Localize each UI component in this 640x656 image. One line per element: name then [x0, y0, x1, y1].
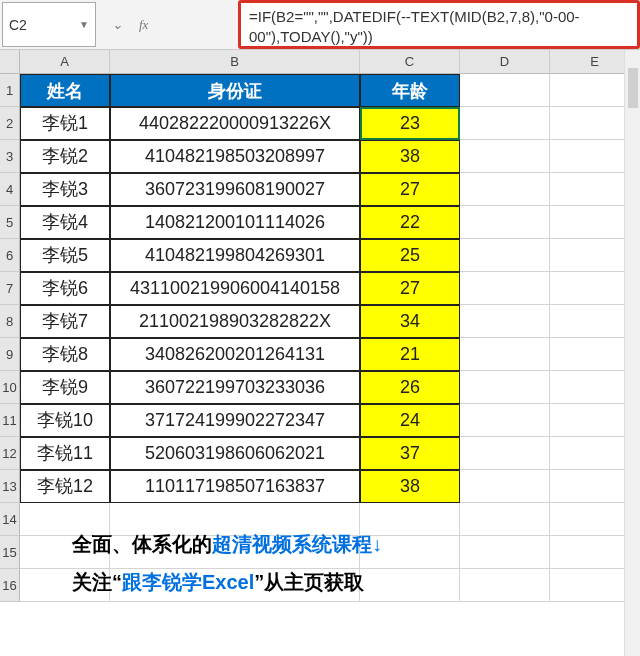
- row-header-13[interactable]: 13: [0, 470, 20, 503]
- formula-text: =IF(B2="","",DATEDIF(--TEXT(MID(B2,7,8),…: [249, 7, 629, 46]
- promo-line-2: 关注“跟李锐学Excel”从主页获取: [72, 569, 364, 596]
- cell-D16[interactable]: [460, 569, 550, 602]
- cell-B4[interactable]: 360723199608190027: [110, 173, 360, 206]
- formula-tools: ⌄ fx: [98, 0, 238, 49]
- name-box[interactable]: C2 ▼: [2, 2, 96, 47]
- cell-A10[interactable]: 李锐9: [20, 371, 110, 404]
- cell-A4[interactable]: 李锐3: [20, 173, 110, 206]
- cell-D14[interactable]: [460, 503, 550, 536]
- row-header-12[interactable]: 12: [0, 437, 20, 470]
- row-header-11[interactable]: 11: [0, 404, 20, 437]
- cell-A5[interactable]: 李锐4: [20, 206, 110, 239]
- cell-D11[interactable]: [460, 404, 550, 437]
- cell-B7[interactable]: 431100219906004140158: [110, 272, 360, 305]
- history-dropdown-icon[interactable]: ⌄: [112, 17, 123, 32]
- cell-D10[interactable]: [460, 371, 550, 404]
- vertical-scrollbar[interactable]: [624, 50, 640, 656]
- cell-C12[interactable]: 37: [360, 437, 460, 470]
- column-header-B[interactable]: B: [110, 50, 360, 74]
- row-header-15[interactable]: 15: [0, 536, 20, 569]
- row-header-14[interactable]: 14: [0, 503, 20, 536]
- cell-C8[interactable]: 34: [360, 305, 460, 338]
- name-box-value: C2: [9, 17, 27, 33]
- cell-D8[interactable]: [460, 305, 550, 338]
- cell-D4[interactable]: [460, 173, 550, 206]
- cell-A9[interactable]: 李锐8: [20, 338, 110, 371]
- cell-A11[interactable]: 李锐10: [20, 404, 110, 437]
- row-header-9[interactable]: 9: [0, 338, 20, 371]
- cell-D12[interactable]: [460, 437, 550, 470]
- row-header-1[interactable]: 1: [0, 74, 20, 107]
- cell-B13[interactable]: 110117198507163837: [110, 470, 360, 503]
- cell-A2[interactable]: 李锐1: [20, 107, 110, 140]
- cell-B8[interactable]: 211002198903282822X: [110, 305, 360, 338]
- column-header-C[interactable]: C: [360, 50, 460, 74]
- cell-A7[interactable]: 李锐6: [20, 272, 110, 305]
- row-header-5[interactable]: 5: [0, 206, 20, 239]
- cell-A8[interactable]: 李锐7: [20, 305, 110, 338]
- table-header-B[interactable]: 身份证: [110, 74, 360, 107]
- cell-C3[interactable]: 38: [360, 140, 460, 173]
- cell-A6[interactable]: 李锐5: [20, 239, 110, 272]
- cell-D6[interactable]: [460, 239, 550, 272]
- cell-B9[interactable]: 340826200201264131: [110, 338, 360, 371]
- cell-B11[interactable]: 371724199902272347: [110, 404, 360, 437]
- cell-C6[interactable]: 25: [360, 239, 460, 272]
- column-header-D[interactable]: D: [460, 50, 550, 74]
- cell-B5[interactable]: 140821200101114026: [110, 206, 360, 239]
- cell-C7[interactable]: 27: [360, 272, 460, 305]
- cell-D3[interactable]: [460, 140, 550, 173]
- cell-A12[interactable]: 李锐11: [20, 437, 110, 470]
- fx-icon[interactable]: fx: [139, 17, 148, 33]
- name-box-dropdown-icon[interactable]: ▼: [79, 19, 89, 30]
- promo-line-1: 全面、体系化的超清视频系统课程↓: [72, 531, 382, 558]
- row-header-16[interactable]: 16: [0, 569, 20, 602]
- cell-B2[interactable]: 440282220000913226X: [110, 107, 360, 140]
- row-header-2[interactable]: 2: [0, 107, 20, 140]
- cell-B10[interactable]: 360722199703233036: [110, 371, 360, 404]
- cell-D13[interactable]: [460, 470, 550, 503]
- cell-D2[interactable]: [460, 107, 550, 140]
- cell-B12[interactable]: 520603198606062021: [110, 437, 360, 470]
- cell-C10[interactable]: 26: [360, 371, 460, 404]
- scrollbar-thumb[interactable]: [628, 68, 638, 108]
- cell-A13[interactable]: 李锐12: [20, 470, 110, 503]
- cell-D1[interactable]: [460, 74, 550, 107]
- row-header-7[interactable]: 7: [0, 272, 20, 305]
- table-header-A[interactable]: 姓名: [20, 74, 110, 107]
- cell-D15[interactable]: [460, 536, 550, 569]
- cell-C9[interactable]: 21: [360, 338, 460, 371]
- table-header-C[interactable]: 年龄: [360, 74, 460, 107]
- cell-B6[interactable]: 410482199804269301: [110, 239, 360, 272]
- cell-C13[interactable]: 38: [360, 470, 460, 503]
- row-header-6[interactable]: 6: [0, 239, 20, 272]
- select-all-corner[interactable]: [0, 50, 20, 74]
- row-header-4[interactable]: 4: [0, 173, 20, 206]
- cell-B3[interactable]: 410482198503208997: [110, 140, 360, 173]
- formula-bar-input[interactable]: =IF(B2="","",DATEDIF(--TEXT(MID(B2,7,8),…: [238, 0, 640, 49]
- row-header-3[interactable]: 3: [0, 140, 20, 173]
- cell-C11[interactable]: 24: [360, 404, 460, 437]
- column-header-A[interactable]: A: [20, 50, 110, 74]
- cell-C5[interactable]: 22: [360, 206, 460, 239]
- row-header-10[interactable]: 10: [0, 371, 20, 404]
- cell-C4[interactable]: 27: [360, 173, 460, 206]
- row-header-8[interactable]: 8: [0, 305, 20, 338]
- cell-D5[interactable]: [460, 206, 550, 239]
- cell-A3[interactable]: 李锐2: [20, 140, 110, 173]
- cell-D9[interactable]: [460, 338, 550, 371]
- cell-C16[interactable]: [360, 569, 460, 602]
- cell-C2[interactable]: 23: [360, 107, 460, 140]
- cell-D7[interactable]: [460, 272, 550, 305]
